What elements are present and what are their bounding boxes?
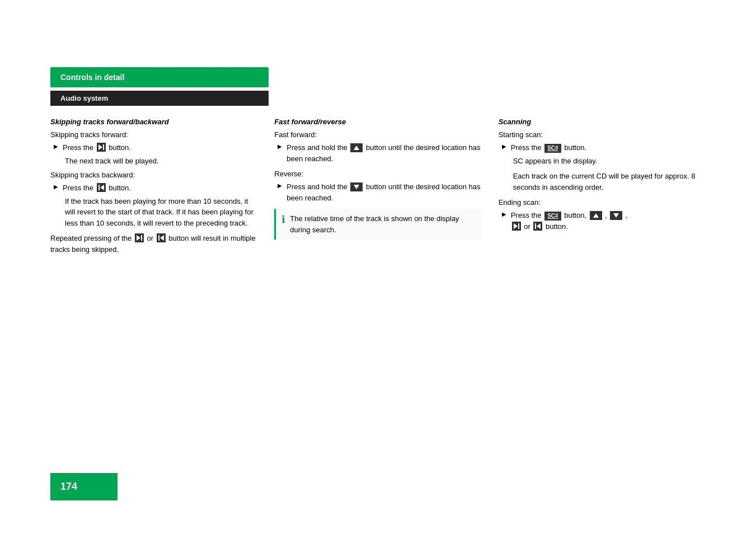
sc-bullet: ▶ Press the SC# button.: [502, 142, 706, 153]
rep-tri-bwd-bar: [158, 235, 159, 241]
end-fwd-button: [512, 222, 521, 231]
end-up-button: [590, 211, 602, 220]
end-tri-fwd: [514, 223, 518, 229]
ff-text: Press and hold the: [287, 143, 347, 152]
skip-forward-label: Skipping tracks forward:: [50, 130, 257, 139]
end-tri-bwd: [537, 223, 541, 229]
sc-text: Press the: [511, 143, 542, 152]
end-scan-bullet: ▶ Press the SC# button, , , or: [502, 210, 706, 232]
bullet-arrow-rev: ▶: [278, 182, 282, 189]
page-number: 174: [60, 481, 77, 492]
skipping-section-title: Skipping tracks forward/backward: [50, 118, 257, 126]
info-icon: ℹ: [281, 213, 285, 226]
rev-bullet: ▶ Press and hold the button until the de…: [278, 181, 481, 203]
header-title: Controls in detail: [60, 73, 124, 82]
sc-display-text: SC appears in the display.: [513, 156, 706, 167]
content-area: Skipping tracks forward/backward Skippin…: [50, 118, 722, 259]
scan-section-title: Scanning: [499, 118, 706, 126]
end-scan-content: Press the SC# button, , , or: [511, 210, 628, 232]
starting-scan-label: Starting scan:: [499, 130, 706, 139]
sc-desc: Each track on the current CD will be pla…: [513, 171, 706, 193]
skip-forward-subtext: The next track will be played.: [65, 156, 257, 167]
ff-bullet: ▶ Press and hold the button until the de…: [278, 142, 481, 164]
rep-tri-fwd: [137, 235, 140, 241]
repeated-bwd-button: [157, 233, 166, 242]
end-suffix: button.: [546, 222, 568, 231]
sub-header: Audio system: [50, 91, 269, 106]
col-scanning: Scanning Starting scan: ▶ Press the SC# …: [499, 118, 722, 259]
skip-forward-bullet: ▶ Press the button.: [54, 142, 257, 153]
reverse-label: Reverse:: [274, 170, 481, 178]
repeated-text: Repeated pressing of the or button will …: [50, 233, 257, 255]
col-fastforward: Fast forward/reverse Fast forward: ▶ Pre…: [274, 118, 498, 259]
ff-button: [350, 143, 363, 152]
col-skipping: Skipping tracks forward/backward Skippin…: [50, 118, 274, 259]
skip-fwd-text: Press the: [63, 143, 93, 152]
end-tri-fwd-bar: [518, 223, 519, 229]
repeated-fwd-button: [135, 233, 144, 242]
end-tri-up: [593, 213, 599, 218]
ending-scan-label: Ending scan:: [499, 198, 706, 207]
skip-bwd-button: [97, 183, 106, 192]
rep-tri-bwd: [160, 235, 164, 241]
skip-backward-bullet: ▶ Press the button.: [54, 182, 257, 194]
sc-button: SC#: [544, 144, 561, 153]
header-bar: Controls in detail: [50, 67, 269, 87]
bullet-arrow-sc: ▶: [502, 143, 506, 149]
sc-content: Press the SC# button.: [511, 142, 586, 153]
end-tri-down: [613, 213, 619, 218]
bullet-arrow-end-sc: ▶: [502, 211, 506, 217]
rev-button: [350, 182, 363, 191]
end-sc-button: SC#: [544, 212, 561, 221]
end-bullet-text: Press the: [511, 211, 542, 219]
ff-section-title: Fast forward/reverse: [274, 118, 481, 126]
end-bwd-button: [533, 222, 542, 231]
end-tri-bwd-bar: [535, 223, 536, 229]
ff-content: Press and hold the button until the desi…: [287, 142, 481, 164]
end-or-text: or: [524, 222, 532, 231]
tri-fwd-icon: [98, 144, 102, 150]
skip-backward-subtext: If the track has been playing for more t…: [65, 196, 257, 229]
repeated-prefix: Repeated pressing of the: [50, 234, 132, 242]
skip-bwd-suffix: button.: [109, 184, 131, 192]
skip-fwd-suffix: button.: [109, 143, 131, 152]
skip-bwd-text: Press the: [63, 184, 93, 192]
end-down-button: [610, 211, 622, 220]
ff-label: Fast forward:: [274, 130, 481, 139]
bullet-arrow-bwd: ▶: [54, 184, 58, 190]
tri-up-icon: [354, 146, 359, 150]
skip-backward-label: Skipping tracks backward:: [50, 171, 257, 179]
rev-text: Press and hold the: [287, 182, 347, 191]
info-box: ℹ The relative time of the track is show…: [274, 209, 481, 240]
bullet-arrow-fwd: ▶: [54, 143, 58, 149]
repeated-or: or: [147, 234, 154, 242]
bullet-arrow-ff: ▶: [278, 143, 282, 149]
sc-suffix: button.: [564, 143, 586, 152]
skip-fwd-button: [97, 143, 106, 152]
tri-bwd-bar-icon: [98, 185, 100, 190]
rep-tri-fwd-bar: [141, 235, 142, 241]
skip-backward-content: Press the button.: [63, 182, 131, 194]
tri-fwd-bar-icon: [103, 144, 104, 150]
info-text: The relative time of the track is shown …: [290, 213, 476, 235]
page-number-box: 174: [50, 473, 118, 500]
rev-content: Press and hold the button until the desi…: [287, 181, 481, 203]
tri-bwd-icon: [100, 185, 104, 190]
tri-down-icon: [354, 185, 359, 189]
skip-forward-content: Press the button.: [63, 142, 131, 153]
sub-header-title: Audio system: [60, 94, 108, 102]
